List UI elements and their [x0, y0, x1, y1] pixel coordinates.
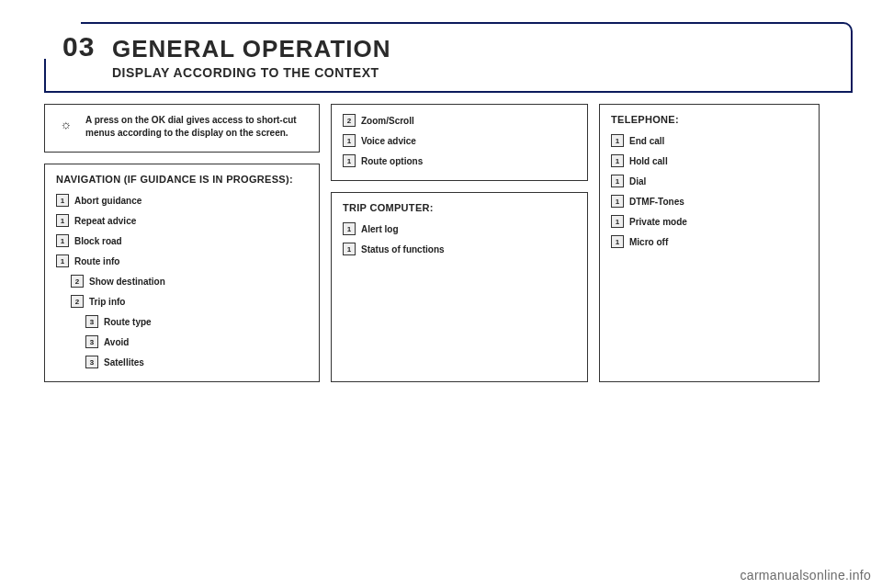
- menu-label: Micro off: [629, 237, 668, 247]
- menu-item: 2Zoom/Scroll: [343, 114, 576, 127]
- menu-label: Satellites: [104, 357, 144, 368]
- menu-item: 1Block road: [56, 234, 308, 247]
- menu-item: 1Route info: [56, 254, 308, 267]
- level-chip: 1: [611, 175, 624, 187]
- section-header: 03 GENERAL OPERATION DISPLAY ACCORDING T…: [44, 22, 853, 93]
- tip-icon: ☼: [56, 114, 76, 134]
- level-chip: 1: [343, 243, 356, 255]
- level-chip: 1: [611, 215, 624, 228]
- level-chip: 3: [85, 315, 98, 328]
- level-chip: 1: [56, 234, 69, 247]
- menu-label: Hold call: [629, 156, 668, 166]
- menu-item: 1DTMF-Tones: [611, 195, 808, 208]
- source-watermark: carmanualsonline.info: [741, 568, 872, 582]
- section-number: 03: [62, 31, 95, 62]
- menu-label: Abort guidance: [74, 196, 141, 206]
- menu-item: 3Satellites: [85, 356, 308, 368]
- navigation-box: NAVIGATION (IF GUIDANCE IS IN PROGRESS):…: [44, 164, 320, 382]
- navigation-menu: 1Abort guidance 1Repeat advice 1Block ro…: [56, 194, 308, 368]
- menu-item: 3Avoid: [85, 335, 308, 348]
- level-chip: 2: [71, 295, 84, 308]
- level-chip: 1: [611, 134, 624, 147]
- menu-label: Avoid: [104, 337, 129, 347]
- level-chip: 2: [71, 275, 84, 288]
- tip-box: ☼ A press on the OK dial gives access to…: [44, 104, 320, 153]
- menu-item: 1Dial: [611, 175, 808, 187]
- menu-item: 1Alert log: [343, 222, 576, 235]
- level-chip: 2: [343, 114, 356, 127]
- page-title: GENERAL OPERATION: [112, 35, 836, 63]
- telephone-menu: 1End call 1Hold call 1Dial 1DTMF-Tones 1…: [611, 134, 808, 248]
- menu-label: Show destination: [89, 277, 165, 287]
- level-chip: 3: [85, 335, 98, 348]
- menu-label: Block road: [74, 236, 122, 246]
- column-middle: 2Zoom/Scroll 1Voice advice 1Route option…: [331, 104, 588, 382]
- menu-label: Route info: [74, 256, 119, 266]
- manual-page: 03 GENERAL OPERATION DISPLAY ACCORDING T…: [0, 0, 882, 588]
- content-columns: ☼ A press on the OK dial gives access to…: [44, 104, 853, 382]
- menu-label: Dial: [629, 176, 646, 187]
- level-chip: 1: [56, 254, 69, 267]
- menu-label: Route options: [361, 156, 423, 166]
- telephone-box: TELEPHONE: 1End call 1Hold call 1Dial 1D…: [599, 104, 820, 382]
- trip-computer-menu: 1Alert log 1Status of functions: [343, 222, 576, 255]
- tip-text: A press on the OK dial gives access to s…: [85, 114, 308, 139]
- menu-label: Trip info: [89, 297, 125, 307]
- level-chip: 1: [343, 154, 356, 167]
- column-left: ☼ A press on the OK dial gives access to…: [44, 104, 320, 382]
- menu-item: 1Voice advice: [343, 134, 576, 147]
- menu-label: Private mode: [629, 217, 687, 227]
- navigation-extra-menu: 2Zoom/Scroll 1Voice advice 1Route option…: [343, 114, 576, 167]
- menu-label: Zoom/Scroll: [361, 116, 414, 126]
- menu-item: 1Status of functions: [343, 243, 576, 255]
- menu-label: End call: [629, 136, 664, 146]
- level-chip: 1: [611, 195, 624, 208]
- page-subtitle: DISPLAY ACCORDING TO THE CONTEXT: [112, 65, 836, 80]
- level-chip: 1: [56, 214, 69, 227]
- menu-label: Alert log: [361, 224, 399, 234]
- navigation-extra-box: 2Zoom/Scroll 1Voice advice 1Route option…: [331, 104, 588, 181]
- menu-item: 2Show destination: [71, 275, 308, 288]
- menu-label: Status of functions: [361, 244, 445, 254]
- level-chip: 1: [611, 154, 624, 167]
- menu-item: 1Route options: [343, 154, 576, 167]
- menu-item: 1Abort guidance: [56, 194, 308, 207]
- menu-label: DTMF-Tones: [629, 197, 684, 207]
- level-chip: 3: [85, 356, 98, 368]
- menu-label: Repeat advice: [74, 216, 136, 226]
- column-right: TELEPHONE: 1End call 1Hold call 1Dial 1D…: [599, 104, 820, 382]
- trip-computer-heading: TRIP COMPUTER:: [343, 202, 576, 213]
- level-chip: 1: [343, 134, 356, 147]
- header-frame: 03 GENERAL OPERATION DISPLAY ACCORDING T…: [44, 22, 853, 93]
- menu-label: Route type: [104, 317, 152, 327]
- level-chip: 1: [611, 235, 624, 248]
- menu-item: 1Micro off: [611, 235, 808, 248]
- menu-label: Voice advice: [361, 136, 416, 146]
- menu-item: 1End call: [611, 134, 808, 147]
- level-chip: 1: [343, 222, 356, 235]
- menu-item: 1Hold call: [611, 154, 808, 167]
- telephone-heading: TELEPHONE:: [611, 114, 808, 125]
- menu-item: 3Route type: [85, 315, 308, 328]
- menu-item: 1Repeat advice: [56, 214, 308, 227]
- trip-computer-box: TRIP COMPUTER: 1Alert log 1Status of fun…: [331, 192, 588, 382]
- navigation-heading: NAVIGATION (IF GUIDANCE IS IN PROGRESS):: [56, 174, 308, 185]
- level-chip: 1: [56, 194, 69, 207]
- menu-item: 2Trip info: [71, 295, 308, 308]
- menu-item: 1Private mode: [611, 215, 808, 228]
